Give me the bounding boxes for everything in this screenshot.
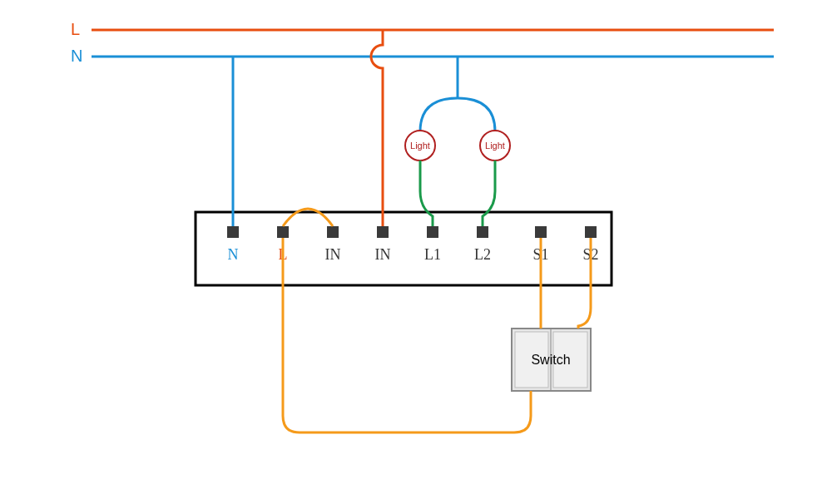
terminal-s2-pad: [585, 226, 597, 238]
n-line-label: N: [71, 47, 82, 65]
wire-in2-to-l: [371, 30, 383, 226]
terminal-l-pad: [277, 226, 289, 238]
light-1-label: Light: [410, 141, 430, 151]
wire-n-branch-left: [420, 98, 458, 131]
module-box: [196, 212, 612, 285]
wire-l-to-switch: [283, 238, 531, 432]
terminal-n-pad: [227, 226, 239, 238]
wiring-diagram: L N N L IN IN L1 L2 S1 S2 Light Light: [0, 0, 832, 504]
terminal-l2-label: L2: [474, 246, 491, 263]
terminals-group: [227, 226, 597, 238]
switch-label: Switch: [531, 353, 570, 367]
terminal-l1-pad: [427, 226, 438, 238]
terminal-in2-pad: [377, 226, 389, 238]
terminal-in1-pad: [327, 226, 339, 238]
wire-light2-to-l2: [483, 161, 495, 226]
wire-n-branch-right: [458, 98, 495, 131]
terminal-n-label: N: [228, 246, 239, 263]
terminal-in1-label: IN: [325, 246, 341, 263]
terminal-in2-label: IN: [375, 246, 391, 263]
light-2-label: Light: [485, 141, 505, 151]
terminal-s1-pad: [535, 226, 547, 238]
terminal-l2-pad: [477, 226, 488, 238]
terminal-l1-label: L1: [424, 246, 441, 263]
l-line-label: L: [71, 20, 80, 38]
wire-light1-to-l1: [420, 161, 433, 226]
